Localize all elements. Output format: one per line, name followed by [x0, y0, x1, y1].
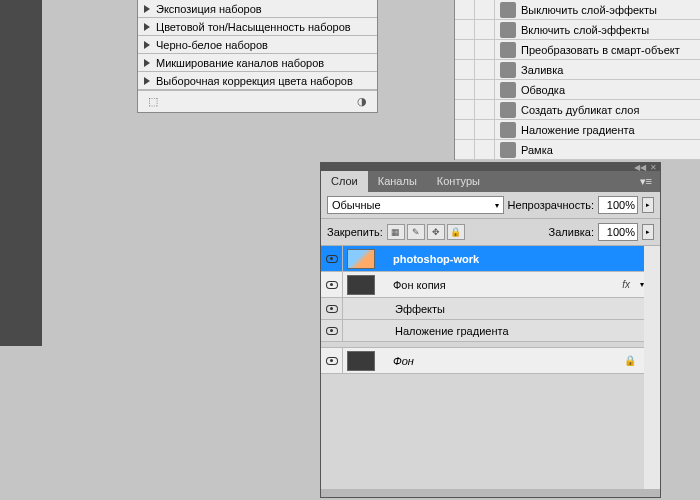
tab-paths[interactable]: Контуры [427, 171, 490, 192]
lock-icon: 🔒 [624, 355, 636, 366]
action-dialog-icon[interactable] [475, 0, 495, 20]
action-dialog-icon[interactable] [475, 120, 495, 140]
fill-input[interactable]: 100% [598, 223, 638, 241]
visibility-toggle[interactable] [321, 348, 343, 373]
expand-icon [144, 5, 150, 13]
presets-panel: Экспозиция наборов Цветовой тон/Насыщенн… [137, 0, 378, 113]
action-dialog-icon[interactable] [475, 60, 495, 80]
preset-right-icon[interactable]: ◑ [357, 95, 367, 108]
opacity-slider-icon[interactable]: ▸ [642, 197, 654, 213]
scrollbar-thumb[interactable] [646, 248, 658, 308]
action-item[interactable]: Выключить слой-эффекты [455, 0, 700, 20]
layer-row[interactable]: photoshop-work [321, 246, 644, 272]
tab-channels[interactable]: Каналы [368, 171, 427, 192]
expand-icon [144, 59, 150, 67]
blend-mode-select[interactable]: Обычные ▾ [327, 196, 504, 214]
eye-icon [326, 327, 338, 335]
visibility-toggle[interactable] [321, 246, 343, 271]
tab-layers[interactable]: Слои [321, 171, 368, 192]
opacity-label: Непрозрачность: [508, 199, 594, 211]
action-toggle-icon[interactable] [455, 140, 475, 160]
panel-titlebar[interactable]: ◀◀ ✕ [321, 163, 660, 171]
action-dialog-icon[interactable] [475, 100, 495, 120]
fill-slider-icon[interactable]: ▸ [642, 224, 654, 240]
action-dialog-icon[interactable] [475, 80, 495, 100]
expand-icon [144, 41, 150, 49]
action-thumb-icon [500, 142, 516, 158]
action-item[interactable]: Рамка [455, 140, 700, 160]
preset-left-icon[interactable]: ⬚ [148, 95, 158, 108]
action-thumb-icon [500, 62, 516, 78]
layers-list: photoshop-work Фон копия fx ▾ Эффекты На… [321, 246, 660, 489]
preset-label: Экспозиция наборов [156, 3, 262, 15]
effect-item[interactable]: Наложение градиента [321, 320, 644, 342]
action-toggle-icon[interactable] [455, 120, 475, 140]
action-item[interactable]: Включить слой-эффекты [455, 20, 700, 40]
action-thumb-icon [500, 42, 516, 58]
action-dialog-icon[interactable] [475, 140, 495, 160]
visibility-toggle[interactable] [321, 272, 343, 297]
preset-item[interactable]: Микширование каналов наборов [138, 54, 377, 72]
layer-name[interactable]: photoshop-work [391, 253, 644, 265]
preset-label: Микширование каналов наборов [156, 57, 324, 69]
action-thumb-icon [500, 122, 516, 138]
effect-label: Наложение градиента [391, 325, 644, 337]
visibility-toggle[interactable] [321, 298, 343, 319]
fx-badge[interactable]: fx [622, 279, 630, 290]
action-thumb-icon [500, 22, 516, 38]
action-item[interactable]: Обводка [455, 80, 700, 100]
layer-thumb[interactable] [347, 249, 375, 269]
fill-label: Заливка: [549, 226, 594, 238]
layer-name[interactable]: Фон [391, 355, 624, 367]
action-item[interactable]: Наложение градиента [455, 120, 700, 140]
action-dialog-icon[interactable] [475, 20, 495, 40]
action-toggle-icon[interactable] [455, 20, 475, 40]
actions-panel: Выключить слой-эффекты Включить слой-эфф… [454, 0, 700, 160]
preset-item[interactable]: Выборочная коррекция цвета наборов [138, 72, 377, 90]
opacity-input[interactable]: 100% [598, 196, 638, 214]
action-label: Заливка [521, 64, 563, 76]
lock-transparent-icon[interactable]: ▦ [387, 224, 405, 240]
layer-row[interactable]: Фон 🔒 [321, 348, 644, 374]
preset-item[interactable]: Черно-белое наборов [138, 36, 377, 54]
blend-mode-value: Обычные [332, 199, 381, 211]
layer-thumb[interactable] [347, 351, 375, 371]
layer-row[interactable]: Фон копия fx ▾ [321, 272, 644, 298]
eye-icon [326, 305, 338, 313]
action-dialog-icon[interactable] [475, 40, 495, 60]
action-label: Обводка [521, 84, 565, 96]
layer-name[interactable]: Фон копия [391, 279, 622, 291]
layer-thumb[interactable] [347, 275, 375, 295]
lock-pixels-icon[interactable]: ✎ [407, 224, 425, 240]
action-item[interactable]: Создать дубликат слоя [455, 100, 700, 120]
action-label: Создать дубликат слоя [521, 104, 639, 116]
panel-tabs: Слои Каналы Контуры ▾≡ [321, 171, 660, 192]
action-toggle-icon[interactable] [455, 100, 475, 120]
chevron-down-icon[interactable]: ▾ [640, 280, 644, 289]
action-toggle-icon[interactable] [455, 80, 475, 100]
eye-icon [326, 357, 338, 365]
action-label: Включить слой-эффекты [521, 24, 649, 36]
action-label: Рамка [521, 144, 553, 156]
chevron-down-icon: ▾ [495, 201, 499, 210]
expand-icon [144, 77, 150, 85]
visibility-toggle[interactable] [321, 320, 343, 341]
preset-label: Выборочная коррекция цвета наборов [156, 75, 353, 87]
effects-label: Эффекты [391, 303, 644, 315]
preset-item[interactable]: Цветовой тон/Насыщенность наборов [138, 18, 377, 36]
lock-all-icon[interactable]: 🔒 [447, 224, 465, 240]
panel-menu-icon[interactable]: ▾≡ [632, 171, 660, 192]
layers-footer [321, 489, 660, 497]
action-label: Наложение градиента [521, 124, 635, 136]
expand-icon [144, 23, 150, 31]
preset-item[interactable]: Экспозиция наборов [138, 0, 377, 18]
action-thumb-icon [500, 2, 516, 18]
action-item[interactable]: Заливка [455, 60, 700, 80]
action-item[interactable]: Преобразовать в смарт-объект [455, 40, 700, 60]
action-toggle-icon[interactable] [455, 40, 475, 60]
lock-position-icon[interactable]: ✥ [427, 224, 445, 240]
effects-row[interactable]: Эффекты [321, 298, 644, 320]
preset-label: Цветовой тон/Насыщенность наборов [156, 21, 351, 33]
action-toggle-icon[interactable] [455, 0, 475, 20]
action-toggle-icon[interactable] [455, 60, 475, 80]
